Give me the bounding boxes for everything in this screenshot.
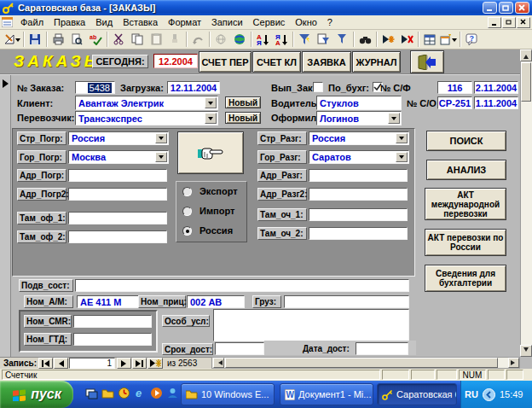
menu-insert[interactable]: Вставка [118, 16, 163, 28]
dropdown-button[interactable] [155, 133, 167, 143]
radio-russia[interactable] [182, 226, 192, 236]
nom-pric-field[interactable]: 002 АВ [187, 295, 245, 308]
find-button[interactable] [356, 31, 374, 48]
adr-pogr-field[interactable] [68, 169, 167, 182]
scroll-left-button[interactable] [213, 358, 224, 368]
nom-smr-field[interactable] [73, 315, 152, 328]
minimize-button[interactable] [483, 2, 497, 14]
scroll-up-button[interactable] [520, 50, 532, 61]
previous-record-button[interactable] [54, 358, 68, 369]
gruz-field[interactable] [284, 295, 409, 308]
start-button[interactable]: пуск [0, 381, 73, 408]
sf-no-field[interactable]: 116 [437, 81, 472, 94]
last-record-button[interactable] [132, 358, 147, 369]
schedule-icon[interactable] [118, 387, 130, 401]
web-globe-button[interactable] [230, 31, 249, 48]
print-button[interactable] [49, 31, 67, 48]
hand-button[interactable] [177, 131, 244, 174]
filter-by-selection-button[interactable] [295, 31, 314, 48]
view-button[interactable] [3, 31, 21, 48]
so-date-field[interactable]: 1.11.2004 [474, 96, 518, 109]
menu-format[interactable]: Формат [163, 16, 206, 28]
delete-record-button[interactable] [397, 31, 416, 48]
tab-zayavka-button[interactable]: ЗАЯВКА [302, 51, 351, 73]
str-razg-combo[interactable]: Россия [309, 131, 409, 145]
hyperlink-button[interactable] [211, 31, 230, 48]
dropdown-button[interactable] [205, 97, 217, 108]
gor-razg-combo[interactable]: Саратов [309, 150, 409, 164]
mdi-minimize-button[interactable] [488, 17, 501, 28]
messenger-icon[interactable] [166, 387, 179, 401]
load-date-field[interactable]: 12.11.2004 [167, 81, 220, 94]
restore-button[interactable] [499, 2, 513, 14]
menu-file[interactable]: Файл [15, 16, 49, 28]
search-button[interactable]: ПОИСК [426, 131, 506, 151]
exit-button[interactable] [410, 50, 444, 73]
tam-of1-field[interactable] [68, 212, 167, 224]
new-record-button[interactable] [379, 31, 397, 48]
nom-gtd-field[interactable] [73, 333, 152, 346]
horizontal-scroll-thumb[interactable] [225, 358, 498, 368]
current-record-field[interactable]: 1 [69, 358, 115, 369]
str-pogr-combo[interactable]: Россия [68, 131, 169, 145]
copy-button[interactable] [128, 31, 147, 48]
adr-razg2-field[interactable] [309, 188, 408, 201]
mdi-restore-button[interactable] [502, 17, 516, 28]
dropdown-button[interactable] [396, 133, 408, 143]
show-desktop-icon[interactable] [85, 387, 98, 401]
undo-button[interactable] [188, 31, 207, 48]
order-no-field[interactable]: 5438 [75, 81, 115, 94]
menu-records[interactable]: Записи [206, 16, 248, 28]
sort-ascending-button[interactable]: АЯ [253, 31, 272, 48]
mdi-close-button[interactable] [517, 17, 530, 28]
tam-och2-field[interactable] [309, 227, 408, 240]
taskbar-task-word-document[interactable]: W Документ1 - Mi... [280, 383, 373, 405]
dropdown-button[interactable] [388, 113, 400, 124]
save-button[interactable] [26, 31, 44, 48]
tab-schet-per-button[interactable]: СЧЕТ ПЕР [199, 51, 252, 73]
accounting-info-button[interactable]: Сведения для бухгалтерии [425, 265, 506, 292]
folder-icon[interactable] [101, 387, 114, 401]
taskbar-task-saratov-db[interactable]: Саратовская б... [377, 383, 457, 405]
so-no-field[interactable]: СР-251 [437, 96, 472, 109]
spelling-button[interactable]: ab [86, 31, 105, 48]
client-combo[interactable]: Авантаж Электрик [75, 96, 218, 110]
menu-help[interactable]: ? [322, 16, 338, 28]
oformil-combo[interactable]: Логинов [316, 111, 402, 125]
tray-icon[interactable] [483, 388, 495, 401]
print-preview-button[interactable] [67, 31, 86, 48]
database-window-button[interactable] [420, 31, 439, 48]
close-button[interactable] [515, 2, 529, 14]
act-russia-button[interactable]: АКТ перевозки по России [425, 229, 506, 256]
scroll-down-button[interactable] [520, 345, 532, 357]
media-player-icon[interactable] [150, 387, 163, 401]
analysis-button[interactable]: АНАЛИЗ [426, 160, 506, 180]
language-indicator[interactable]: RU [465, 389, 478, 399]
podv-sost-field[interactable] [75, 279, 409, 292]
new-client-button[interactable]: Новый [225, 96, 261, 108]
ie-icon[interactable]: e [134, 387, 147, 401]
vyp-zak-checkbox[interactable] [313, 82, 323, 92]
cut-button[interactable] [109, 31, 128, 48]
tab-schet-kl-button[interactable]: СЧЕТ КЛ [252, 51, 301, 73]
first-record-button[interactable] [38, 358, 53, 369]
new-record-nav-button[interactable] [147, 358, 163, 369]
adr-razg-field[interactable] [309, 169, 408, 182]
sf-date-field[interactable]: 2.11.2004 [474, 81, 518, 94]
srok-dost-field[interactable] [215, 342, 264, 355]
adr-pogr2-field[interactable] [68, 188, 167, 201]
osob-usl-field[interactable] [213, 309, 409, 341]
menu-edit[interactable]: Правка [49, 16, 90, 28]
scroll-right-button[interactable] [508, 358, 519, 368]
tam-of2-field[interactable] [68, 230, 167, 243]
nom-am-field[interactable]: АЕ 411 М [77, 295, 145, 308]
filter-by-form-button[interactable] [314, 31, 332, 48]
taskbar-task-windows-explorer[interactable]: 10 Windows E... [181, 383, 275, 405]
vertical-scroll-thumb[interactable] [521, 62, 531, 102]
radio-import[interactable] [182, 207, 192, 216]
new-object-button[interactable] [439, 31, 458, 48]
tam-och1-field[interactable] [309, 208, 408, 221]
sort-descending-button[interactable]: ЯА [272, 31, 291, 48]
radio-export[interactable] [182, 187, 192, 196]
driver-field[interactable]: Стуклов [316, 96, 402, 110]
